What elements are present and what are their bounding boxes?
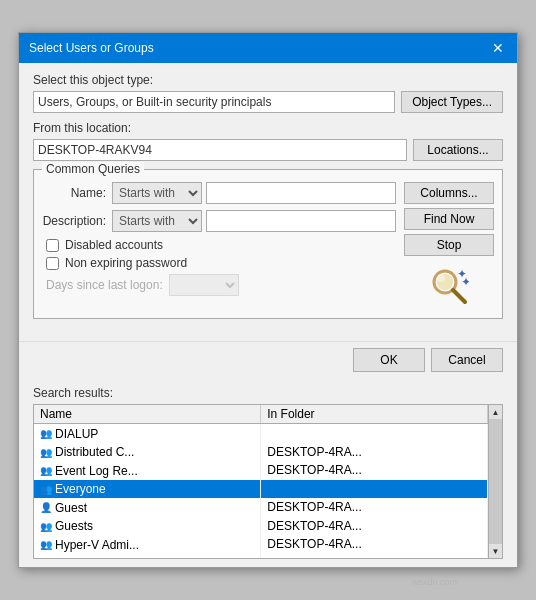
results-scrollbar[interactable]: ▲ ▼ xyxy=(489,404,503,559)
cell-name: 👥 Everyone xyxy=(34,480,261,499)
cell-folder: DESKTOP-4RA... xyxy=(261,535,488,554)
cell-folder xyxy=(261,480,488,499)
user-icon: 👥 Guests xyxy=(40,519,93,533)
svg-text:✦: ✦ xyxy=(461,275,469,289)
col-name: Name xyxy=(34,405,261,424)
dialog-title: Select Users or Groups xyxy=(29,41,154,55)
non-expiring-checkbox[interactable] xyxy=(46,257,59,270)
cell-folder: DESKTOP-4RA... xyxy=(261,461,488,480)
disabled-accounts-label[interactable]: Disabled accounts xyxy=(65,238,163,252)
table-row[interactable]: 👤 GuestDESKTOP-4RA... xyxy=(34,498,488,517)
user-icon: 👥 Distributed C... xyxy=(40,445,134,459)
description-dropdown[interactable]: Starts with xyxy=(112,210,202,232)
days-since-dropdown[interactable] xyxy=(169,274,239,296)
non-expiring-label[interactable]: Non expiring password xyxy=(65,256,187,270)
user-icon: 👥 DIALUP xyxy=(40,427,98,441)
cell-name: 👥 DIALUP xyxy=(34,424,261,443)
location-row: Locations... xyxy=(33,139,503,161)
results-area: Name In Folder 👥 DIALUP👥 Distributed C..… xyxy=(33,404,503,559)
name-input[interactable] xyxy=(206,182,396,204)
locations-button[interactable]: Locations... xyxy=(413,139,503,161)
ok-button[interactable]: OK xyxy=(353,348,425,372)
scroll-track xyxy=(489,419,502,544)
table-row[interactable]: 👥 DIALUP xyxy=(34,424,488,443)
select-users-dialog: Select Users or Groups ✕ Select this obj… xyxy=(18,32,518,568)
stop-button[interactable]: Stop xyxy=(404,234,494,256)
svg-line-2 xyxy=(453,290,465,302)
search-icon-area: ✦ ✦ xyxy=(404,260,494,310)
cell-name: 👥 Guests xyxy=(34,517,261,536)
groupbox-content: Name: Starts with Description: Starts wi… xyxy=(42,182,494,310)
cell-name: 👥 IIS_IUSRS xyxy=(34,554,261,560)
description-input[interactable] xyxy=(206,210,396,232)
cell-folder: DESKTOP-4RA... xyxy=(261,443,488,462)
scroll-down-button[interactable]: ▼ xyxy=(489,544,502,558)
scroll-up-button[interactable]: ▲ xyxy=(489,405,502,419)
non-expiring-row: Non expiring password xyxy=(46,256,396,270)
right-buttons: Columns... Find Now Stop xyxy=(404,182,494,310)
svg-point-3 xyxy=(437,274,445,282)
columns-button[interactable]: Columns... xyxy=(404,182,494,204)
table-row[interactable]: 👥 Everyone xyxy=(34,480,488,499)
cancel-button[interactable]: Cancel xyxy=(431,348,503,372)
user-icon: 👥 IIS_IUSRS xyxy=(40,556,113,559)
dialog-footer: OK Cancel xyxy=(19,341,517,382)
name-label: Name: xyxy=(42,186,112,200)
name-dropdown[interactable]: Starts with xyxy=(112,182,202,204)
cell-folder: DESKTOP-4RA... xyxy=(261,498,488,517)
object-type-input[interactable] xyxy=(33,91,395,113)
cell-name: 👥 Distributed C... xyxy=(34,443,261,462)
queries-left: Name: Starts with Description: Starts wi… xyxy=(42,182,396,310)
user-icon: 👥 Event Log Re... xyxy=(40,464,138,478)
watermark-text: wsxdn.com xyxy=(412,577,457,587)
cell-folder: DESKTOP-4RA... xyxy=(261,517,488,536)
search-results-label: Search results: xyxy=(33,386,503,400)
disabled-accounts-row: Disabled accounts xyxy=(46,238,396,252)
table-row[interactable]: 👥 Hyper-V Admi...DESKTOP-4RA... xyxy=(34,535,488,554)
user-icon: 👥 Everyone xyxy=(40,482,106,496)
cell-name: 👥 Event Log Re... xyxy=(34,461,261,480)
user-icon: 👤 Guest xyxy=(40,501,87,515)
object-types-button[interactable]: Object Types... xyxy=(401,91,503,113)
table-row[interactable]: 👥 Distributed C...DESKTOP-4RA... xyxy=(34,443,488,462)
cell-name: 👤 Guest xyxy=(34,498,261,517)
name-row: Name: Starts with xyxy=(42,182,396,204)
table-row[interactable]: 👥 IIS_IUSRSDESKTOP-4RA... xyxy=(34,554,488,560)
title-bar: Select Users or Groups ✕ xyxy=(19,33,517,63)
queries-layout: Name: Starts with Description: Starts wi… xyxy=(42,182,494,310)
find-now-button[interactable]: Find Now xyxy=(404,208,494,230)
user-icon: 👥 Hyper-V Admi... xyxy=(40,538,139,552)
table-row[interactable]: 👥 GuestsDESKTOP-4RA... xyxy=(34,517,488,536)
search-magnifier-icon: ✦ ✦ xyxy=(429,266,469,306)
common-queries-groupbox: Common Queries Name: Starts with xyxy=(33,169,503,319)
days-since-label: Days since last logon: xyxy=(46,278,163,292)
cell-folder xyxy=(261,424,488,443)
description-row: Description: Starts with xyxy=(42,210,396,232)
description-label: Description: xyxy=(42,214,112,228)
location-label: From this location: xyxy=(33,121,503,135)
location-input[interactable] xyxy=(33,139,407,161)
object-type-row: Object Types... xyxy=(33,91,503,113)
object-type-label: Select this object type: xyxy=(33,73,503,87)
common-queries-tab[interactable]: Common Queries xyxy=(42,162,144,176)
results-inner-table: Name In Folder 👥 DIALUP👥 Distributed C..… xyxy=(34,405,488,559)
col-folder: In Folder xyxy=(261,405,488,424)
table-row[interactable]: 👥 Event Log Re...DESKTOP-4RA... xyxy=(34,461,488,480)
cell-name: 👥 Hyper-V Admi... xyxy=(34,535,261,554)
days-row: Days since last logon: xyxy=(46,274,396,296)
cell-folder: DESKTOP-4RA... xyxy=(261,554,488,560)
results-table[interactable]: Name In Folder 👥 DIALUP👥 Distributed C..… xyxy=(33,404,489,559)
close-button[interactable]: ✕ xyxy=(489,39,507,57)
disabled-accounts-checkbox[interactable] xyxy=(46,239,59,252)
dialog-body: Select this object type: Object Types...… xyxy=(19,63,517,337)
